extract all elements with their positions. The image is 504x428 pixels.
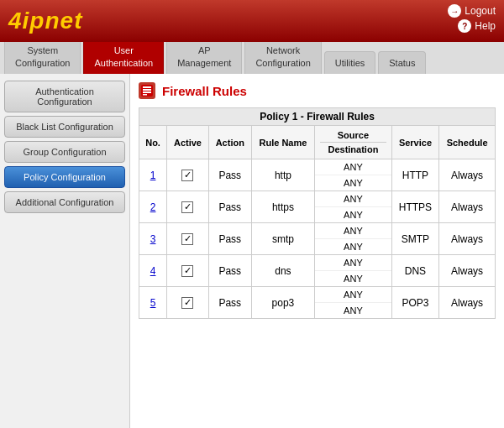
sidebar-item-auth-config[interactable]: Authentication Configuration: [4, 81, 125, 112]
tab-user-auth[interactable]: User Authentication: [83, 39, 164, 74]
cell-destination: ANY: [315, 239, 391, 254]
cell-schedule: Always: [439, 223, 496, 255]
help-icon: ?: [458, 19, 471, 33]
rule-link-1[interactable]: 1: [150, 170, 156, 181]
table-row: 2✓PasshttpsANYANYHTTPSAlways: [139, 191, 496, 223]
cell-service: DNS: [391, 255, 438, 287]
active-checkbox[interactable]: ✓: [181, 170, 193, 181]
cell-schedule: Always: [439, 287, 496, 319]
table-row: 4✓PassdnsANYANYDNSAlways: [139, 255, 496, 287]
rule-link-4[interactable]: 4: [150, 265, 156, 277]
cell-action: Pass: [208, 255, 251, 287]
cell-no[interactable]: 2: [139, 191, 167, 223]
sidebar-item-policy[interactable]: Policy Configuration: [4, 166, 125, 188]
col-action: Action: [208, 126, 251, 159]
active-checkbox[interactable]: ✓: [181, 201, 193, 213]
col-source-dest: Source Destination: [315, 126, 392, 159]
tab-utilities[interactable]: Utilities: [324, 51, 375, 74]
col-rule-name: Rule Name: [251, 126, 314, 159]
table-title: Policy 1 - Firewall Rules: [139, 108, 496, 126]
cell-active: ✓: [167, 191, 209, 223]
cell-source: ANY: [315, 159, 391, 175]
page-title: Firewall Rules: [162, 84, 247, 98]
cell-active: ✓: [167, 287, 209, 319]
col-service: Service: [391, 126, 438, 159]
tab-status[interactable]: Status: [378, 51, 426, 74]
col-dest: Destination: [320, 143, 386, 156]
cell-source: ANY: [315, 191, 391, 207]
logout-icon: →: [448, 4, 461, 18]
cell-rule-name: dns: [251, 255, 314, 287]
active-checkbox[interactable]: ✓: [181, 233, 193, 245]
active-checkbox[interactable]: ✓: [181, 265, 193, 277]
cell-src-dest: ANYANY: [315, 159, 392, 191]
table-row: 1✓PasshttpANYANYHTTPAlways: [139, 159, 496, 191]
help-button[interactable]: ? Help: [458, 19, 496, 33]
svg-rect-4: [143, 94, 147, 96]
svg-rect-1: [143, 86, 151, 88]
rule-link-5[interactable]: 5: [150, 297, 156, 309]
cell-no[interactable]: 5: [139, 287, 167, 319]
svg-rect-3: [143, 91, 151, 93]
tab-network[interactable]: Network Configuration: [244, 39, 321, 74]
cell-schedule: Always: [439, 255, 496, 287]
firewall-rules-table: Policy 1 - Firewall Rules No. Active Act…: [139, 107, 496, 319]
table-row: 5✓Passpop3ANYANYPOP3Always: [139, 287, 496, 319]
cell-source: ANY: [315, 255, 391, 271]
active-checkbox[interactable]: ✓: [181, 297, 193, 309]
cell-service: SMTP: [391, 223, 438, 255]
cell-active: ✓: [167, 223, 209, 255]
cell-schedule: Always: [439, 159, 496, 191]
cell-active: ✓: [167, 255, 209, 287]
sidebar-item-additional[interactable]: Additional Configuration: [4, 191, 125, 213]
cell-src-dest: ANYANY: [315, 191, 392, 223]
cell-src-dest: ANYANY: [315, 223, 392, 255]
cell-src-dest: ANYANY: [315, 287, 392, 319]
logo-text: ipnet: [23, 8, 83, 34]
table-row: 3✓PasssmtpANYANYSMTPAlways: [139, 223, 496, 255]
cell-schedule: Always: [439, 191, 496, 223]
logout-button[interactable]: → Logout: [448, 4, 496, 18]
cell-no[interactable]: 4: [139, 255, 167, 287]
sidebar-item-blacklist[interactable]: Black List Configuration: [4, 116, 125, 138]
col-no: No.: [139, 126, 167, 159]
cell-action: Pass: [208, 223, 251, 255]
nav-tabs: System Configuration User Authentication…: [0, 42, 504, 74]
col-schedule: Schedule: [439, 126, 496, 159]
cell-destination: ANY: [315, 175, 391, 191]
cell-source: ANY: [315, 223, 391, 239]
cell-action: Pass: [208, 287, 251, 319]
rule-link-2[interactable]: 2: [150, 201, 156, 213]
cell-destination: ANY: [315, 207, 391, 222]
rule-link-3[interactable]: 3: [150, 233, 156, 245]
sidebar-item-group[interactable]: Group Configuration: [4, 141, 125, 163]
content-area: Authentication Configuration Black List …: [0, 74, 504, 428]
help-label: Help: [475, 20, 496, 32]
cell-service: HTTP: [391, 159, 438, 191]
cell-rule-name: http: [251, 159, 314, 191]
header: 4ipnet → Logout ? Help: [0, 0, 504, 42]
page-header: Firewall Rules: [139, 82, 496, 99]
cell-rule-name: smtp: [251, 223, 314, 255]
col-source: Source: [320, 128, 386, 143]
cell-destination: ANY: [315, 303, 391, 318]
main-content: Firewall Rules Policy 1 - Firewall Rules…: [130, 74, 504, 428]
svg-rect-2: [143, 89, 151, 91]
cell-rule-name: https: [251, 191, 314, 223]
cell-source: ANY: [315, 287, 391, 303]
cell-service: POP3: [391, 287, 438, 319]
cell-rule-name: pop3: [251, 287, 314, 319]
firewall-icon: [139, 82, 155, 99]
cell-action: Pass: [208, 191, 251, 223]
cell-active: ✓: [167, 159, 209, 191]
logo-number: 4: [8, 8, 23, 34]
cell-no[interactable]: 1: [139, 159, 167, 191]
logout-label: Logout: [465, 5, 496, 17]
cell-src-dest: ANYANY: [315, 255, 392, 287]
cell-no[interactable]: 3: [139, 223, 167, 255]
cell-service: HTTPS: [391, 191, 438, 223]
col-active: Active: [167, 126, 209, 159]
tab-system[interactable]: System Configuration: [4, 39, 81, 74]
tab-ap[interactable]: AP Management: [166, 39, 242, 74]
sidebar: Authentication Configuration Black List …: [0, 74, 130, 428]
